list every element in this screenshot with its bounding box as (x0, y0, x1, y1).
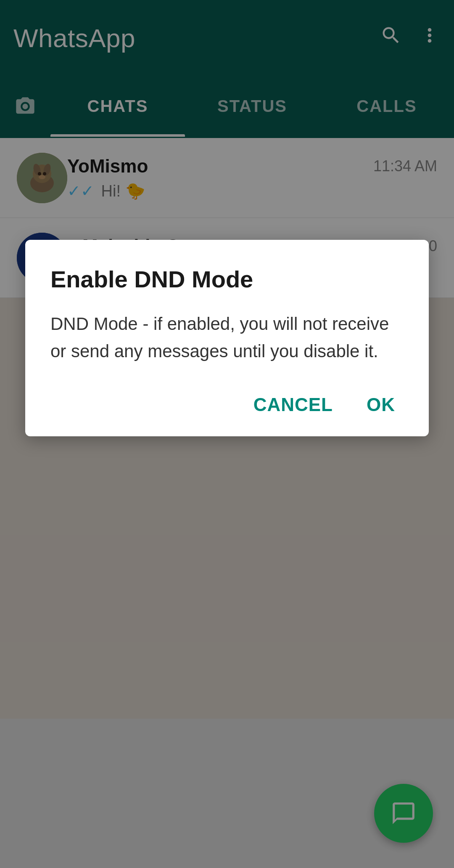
ok-button[interactable]: OK (358, 390, 404, 419)
dialog-buttons: CANCEL OK (50, 390, 404, 419)
dnd-dialog: Enable DND Mode DND Mode - if enabled, y… (25, 240, 429, 436)
dialog-title: Enable DND Mode (50, 265, 404, 293)
cancel-button[interactable]: CANCEL (245, 390, 341, 419)
dialog-body: DND Mode - if enabled, you will not rece… (50, 310, 404, 365)
